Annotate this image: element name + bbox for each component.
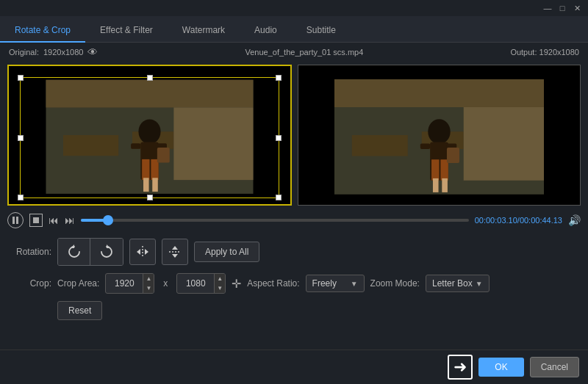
progress-thumb[interactable]: [103, 215, 113, 225]
video-panels: [0, 62, 588, 209]
volume-icon[interactable]: 🔊: [568, 214, 581, 226]
crop-handle-tr[interactable]: [276, 75, 282, 81]
crop-handle-tm[interactable]: [147, 75, 153, 81]
svg-rect-24: [440, 159, 448, 181]
cancel-button[interactable]: Cancel: [530, 357, 579, 377]
preview-toggle-icon[interactable]: 👁: [87, 46, 98, 58]
svg-rect-18: [352, 135, 408, 156]
svg-marker-40: [172, 254, 178, 258]
crop-handle-bm[interactable]: [147, 195, 153, 200]
reset-button[interactable]: Reset: [57, 301, 102, 320]
tab-audio[interactable]: Audio: [240, 19, 292, 43]
crop-height-input[interactable]: [177, 276, 214, 291]
svg-rect-20: [464, 107, 544, 181]
flip-horizontal-button[interactable]: [129, 239, 156, 265]
svg-rect-27: [420, 143, 430, 149]
zoom-mode-arrow: ▼: [476, 280, 483, 288]
pause-button[interactable]: [7, 212, 24, 228]
crop-handle-mr[interactable]: [276, 135, 282, 141]
prev-frame-button[interactable]: ⏮: [49, 214, 59, 226]
crop-handle-br[interactable]: [276, 195, 282, 200]
next-frame-button[interactable]: ⏭: [65, 214, 75, 226]
aspect-ratio-arrow: ▼: [351, 280, 358, 288]
rotation-label: Rotation:: [9, 247, 51, 257]
crop-row: Crop: Crop Area: ▲ ▼ x ▲ ▼ ✛ Aspect Rati…: [9, 273, 579, 294]
crop-label: Crop:: [9, 278, 51, 289]
tab-watermark[interactable]: Watermark: [168, 19, 240, 43]
width-input-group: ▲ ▼: [105, 273, 154, 294]
info-bar: Original: 1920x1080 👁 Venue_of_the_party…: [0, 43, 588, 62]
width-arrows: ▲ ▼: [143, 274, 154, 293]
rotate-ccw-button[interactable]: [58, 239, 90, 265]
tab-rotate-crop[interactable]: Rotate & Crop: [0, 19, 85, 43]
svg-point-21: [428, 119, 450, 144]
crop-overlay: [20, 77, 279, 198]
original-res: 1920x1080: [43, 48, 83, 57]
svg-marker-34: [107, 244, 110, 248]
total-time: 00:00:44.13: [520, 216, 562, 225]
output-label: Output:: [510, 48, 537, 57]
aspect-ratio-select[interactable]: Freely ▼: [306, 275, 365, 292]
height-down-arrow[interactable]: ▼: [215, 283, 225, 293]
playback-bar: ⏮ ⏭ 00:00:03.10/00:00:44.13 🔊: [0, 209, 588, 232]
output-res: 1920x1080: [539, 48, 579, 57]
move-icon: ✛: [232, 277, 241, 291]
svg-rect-30: [12, 217, 15, 224]
svg-rect-25: [433, 178, 439, 192]
rotation-row: Rotation:: [9, 238, 579, 266]
export-arrow-icon[interactable]: ➜: [448, 355, 473, 380]
minimize-button[interactable]: —: [542, 3, 553, 13]
width-up-arrow[interactable]: ▲: [143, 274, 154, 283]
svg-rect-31: [16, 217, 18, 224]
output-video-panel: [298, 65, 581, 206]
reset-row: Reset: [9, 301, 579, 320]
zoom-mode-value: Letter Box: [432, 278, 473, 289]
title-bar: — □ ✕: [0, 0, 588, 16]
width-down-arrow[interactable]: ▼: [143, 283, 154, 293]
maximize-button[interactable]: □: [557, 3, 567, 13]
zoom-mode-label: Zoom Mode:: [370, 278, 420, 289]
crop-handle-tl[interactable]: [18, 75, 24, 81]
controls-panel: Rotation:: [0, 232, 588, 349]
crop-handle-bl[interactable]: [18, 195, 24, 200]
current-time: 00:00:03.10: [475, 216, 517, 225]
svg-rect-29: [447, 148, 459, 163]
svg-marker-33: [71, 244, 74, 248]
ok-button[interactable]: OK: [478, 358, 523, 377]
progress-bar[interactable]: [81, 219, 469, 222]
svg-rect-23: [431, 159, 439, 181]
svg-marker-37: [145, 249, 148, 255]
filename-display: Venue_of_the_party_01 scs.mp4: [245, 48, 363, 57]
time-display: 00:00:03.10/00:00:44.13: [475, 216, 562, 225]
tab-effect-filter[interactable]: Effect & Filter: [85, 19, 168, 43]
apply-to-all-button[interactable]: Apply to All: [194, 242, 259, 262]
svg-marker-36: [137, 249, 140, 255]
tab-bar: Rotate & Crop Effect & Filter Watermark …: [0, 16, 588, 43]
crop-handle-ml[interactable]: [18, 135, 24, 141]
stop-button[interactable]: [29, 214, 43, 227]
crop-area-label: Crop Area:: [57, 278, 99, 289]
rotate-cw-button[interactable]: [90, 239, 123, 265]
aspect-ratio-value: Freely: [312, 278, 337, 289]
svg-rect-32: [33, 217, 39, 223]
source-video-panel: [7, 65, 292, 206]
close-button[interactable]: ✕: [572, 3, 582, 13]
dimension-separator: x: [160, 278, 171, 289]
svg-rect-26: [442, 178, 448, 192]
crop-width-input[interactable]: [106, 276, 143, 291]
flip-vertical-button[interactable]: [162, 239, 188, 265]
original-label: Original:: [9, 48, 39, 57]
height-arrows: ▲ ▼: [214, 274, 225, 293]
svg-marker-39: [172, 246, 178, 250]
rotation-group: [57, 238, 123, 266]
height-up-arrow[interactable]: ▲: [215, 274, 225, 283]
height-input-group: ▲ ▼: [176, 273, 226, 294]
footer: ➜ OK Cancel: [0, 349, 588, 384]
main-content: Original: 1920x1080 👁 Venue_of_the_party…: [0, 43, 588, 384]
tab-subtitle[interactable]: Subtitle: [292, 19, 351, 43]
svg-rect-17: [334, 79, 544, 107]
aspect-ratio-label: Aspect Ratio:: [247, 278, 299, 289]
zoom-mode-select[interactable]: Letter Box ▼: [426, 275, 490, 292]
